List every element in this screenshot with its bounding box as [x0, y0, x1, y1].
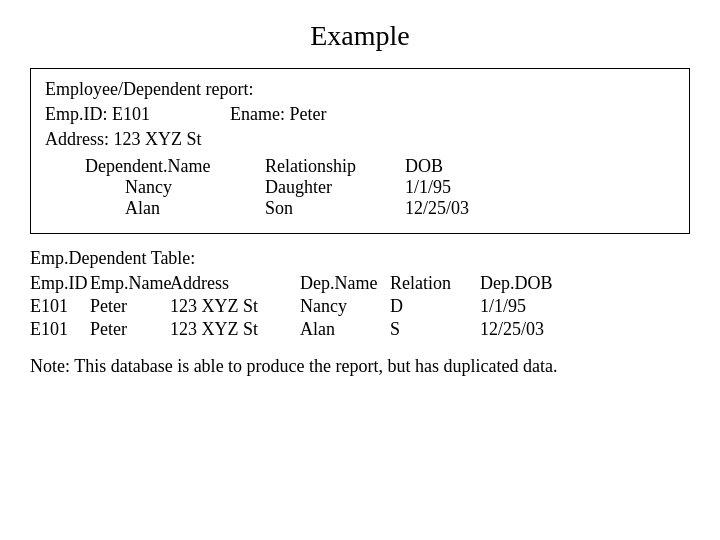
dependent-table: Dependent.Name Relationship DOB Nancy Da…: [85, 156, 675, 219]
row1-relation: D: [390, 296, 480, 317]
emp-table-header: Emp.ID Emp.Name Address Dep.Name Relatio…: [30, 273, 690, 294]
report-header-text: Employee/Dependent report:: [45, 79, 253, 99]
dep-dob-1: 1/1/95: [405, 177, 505, 198]
report-line-2: Emp.ID: E101 Ename: Peter: [45, 104, 675, 125]
report-line-1: Employee/Dependent report:: [45, 79, 675, 100]
emp-table: Emp.ID Emp.Name Address Dep.Name Relatio…: [30, 273, 690, 340]
ec-empname-header: Emp.Name: [90, 273, 170, 294]
dep-name-1: Nancy: [85, 177, 265, 198]
ec-relation-header: Relation: [390, 273, 480, 294]
address: Address: 123 XYZ St: [45, 129, 202, 149]
row2-depdob: 12/25/03: [480, 319, 560, 340]
row2-depname: Alan: [300, 319, 390, 340]
row2-empname: Peter: [90, 319, 170, 340]
row2-empid: E101: [30, 319, 90, 340]
emp-dependent-section: Emp.Dependent Table: Emp.ID Emp.Name Add…: [30, 248, 690, 342]
dep-row-alan: Alan Son 12/25/03: [85, 198, 675, 219]
report-box: Employee/Dependent report: Emp.ID: E101 …: [30, 68, 690, 234]
dep-rel-1: Daughter: [265, 177, 405, 198]
row1-empname: Peter: [90, 296, 170, 317]
emp-id: Emp.ID: E101: [45, 104, 150, 125]
note-section: Note: This database is able to produce t…: [30, 356, 690, 377]
dep-header-row: Dependent.Name Relationship DOB: [85, 156, 675, 177]
row1-address: 123 XYZ St: [170, 296, 300, 317]
dep-rel-2: Son: [265, 198, 405, 219]
emp-dep-title: Emp.Dependent Table:: [30, 248, 690, 269]
dep-name-2: Alan: [85, 198, 265, 219]
row1-depdob: 1/1/95: [480, 296, 560, 317]
row2-address: 123 XYZ St: [170, 319, 300, 340]
emp-table-row-2: E101 Peter 123 XYZ St Alan S 12/25/03: [30, 319, 690, 340]
ec-address-header: Address: [170, 273, 300, 294]
row1-empid: E101: [30, 296, 90, 317]
col-depname-header: Dependent.Name: [85, 156, 265, 177]
page-title: Example: [310, 20, 410, 52]
emp-table-row-1: E101 Peter 123 XYZ St Nancy D 1/1/95: [30, 296, 690, 317]
dep-row-nancy: Nancy Daughter 1/1/95: [85, 177, 675, 198]
note-text: Note: This database is able to produce t…: [30, 356, 558, 376]
emp-name: Ename: Peter: [230, 104, 326, 125]
report-line-3: Address: 123 XYZ St: [45, 129, 675, 150]
dep-dob-2: 12/25/03: [405, 198, 505, 219]
ec-depdob-header: Dep.DOB: [480, 273, 560, 294]
col-relationship-header: Relationship: [265, 156, 405, 177]
ec-depname-header: Dep.Name: [300, 273, 390, 294]
row1-depname: Nancy: [300, 296, 390, 317]
col-dob-header: DOB: [405, 156, 505, 177]
row2-relation: S: [390, 319, 480, 340]
ec-empid-header: Emp.ID: [30, 273, 90, 294]
